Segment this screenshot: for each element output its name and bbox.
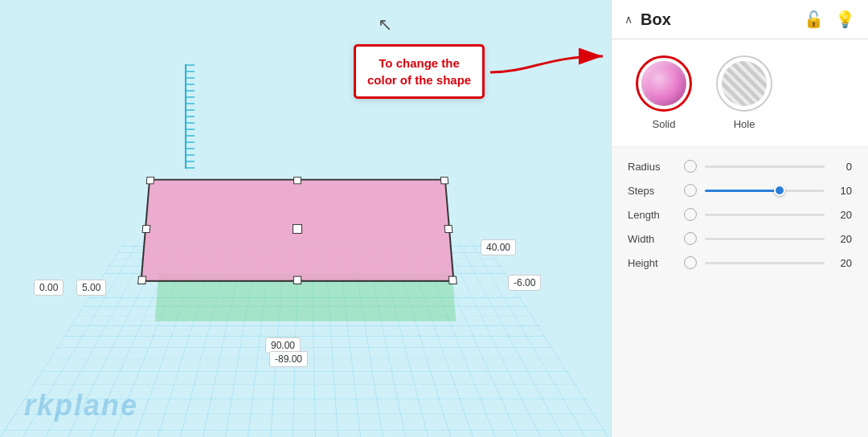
dim-top: 40.00 — [481, 239, 516, 255]
handle-ml[interactable] — [142, 225, 151, 233]
handle-tr[interactable] — [440, 177, 449, 184]
solid-label: Solid — [653, 118, 676, 130]
height-slider[interactable] — [705, 262, 825, 264]
radius-circle[interactable] — [684, 160, 697, 173]
callout-text-line2: color of the shape — [367, 73, 471, 87]
handle-tm[interactable] — [293, 177, 301, 184]
radius-label: Radius — [628, 161, 676, 173]
handle-tl[interactable] — [146, 177, 155, 184]
length-slider[interactable] — [705, 214, 825, 216]
height-circle[interactable] — [684, 256, 697, 269]
dim-right: -6.00 — [508, 275, 541, 291]
steps-label: Steps — [628, 185, 676, 197]
prop-row-width: Width 20 — [628, 232, 852, 245]
callout-box: To change the color of the shape — [354, 44, 485, 99]
lock-icon[interactable]: 🔓 — [804, 10, 824, 29]
height-label: Height — [628, 257, 676, 269]
handle-mr[interactable] — [444, 225, 453, 233]
dim-left: 0.00 — [34, 280, 63, 296]
shape-3d-box[interactable] — [140, 179, 454, 282]
prop-row-height: Height 20 — [628, 256, 852, 269]
bulb-icon[interactable]: 💡 — [835, 10, 855, 29]
length-circle[interactable] — [684, 208, 697, 221]
callout-arrow — [482, 48, 611, 112]
canvas-area: ↖ 0.00 5.00 40.00 -6.00 90.00 -89.00 To … — [0, 0, 611, 437]
dim-bottom2: -89.00 — [269, 351, 308, 367]
length-value: 20 — [833, 209, 852, 221]
handle-br[interactable] — [448, 276, 457, 284]
steps-thumb[interactable] — [774, 185, 785, 196]
hole-icon-circle — [716, 55, 772, 112]
hole-circle-graphic — [722, 61, 767, 106]
steps-value: 10 — [833, 185, 852, 197]
panel-title: Box — [641, 10, 796, 29]
solid-shape-option[interactable]: Solid — [636, 55, 692, 130]
prop-row-radius: Radius 0 — [628, 160, 852, 173]
height-value: 20 — [833, 257, 852, 269]
hole-shape-option[interactable]: Hole — [716, 55, 772, 130]
steps-slider[interactable] — [705, 190, 825, 192]
workplane-label: rkplane — [24, 389, 138, 423]
callout-text-line1: To change the — [379, 56, 460, 70]
solid-circle-graphic — [641, 61, 686, 106]
hole-label: Hole — [734, 118, 755, 130]
ruler-vertical — [185, 64, 194, 169]
collapse-chevron[interactable]: ∧ — [624, 13, 633, 26]
dim-second: 5.00 — [76, 280, 106, 296]
prop-row-length: Length 20 — [628, 208, 852, 221]
shape-type-row: Solid Hole — [612, 39, 868, 147]
properties-section: Radius 0 Steps 10 Length 20 Width 20 — [612, 147, 868, 437]
radius-value: 0 — [833, 161, 852, 173]
width-value: 20 — [833, 233, 852, 245]
handle-center[interactable] — [293, 224, 302, 234]
width-slider[interactable] — [705, 238, 825, 240]
width-label: Width — [628, 233, 676, 245]
width-circle[interactable] — [684, 232, 697, 245]
handle-bm[interactable] — [293, 276, 301, 284]
length-label: Length — [628, 209, 676, 221]
header-icons: 🔓 💡 — [804, 10, 855, 29]
hole-stripes — [722, 61, 767, 106]
prop-row-steps: Steps 10 — [628, 184, 852, 197]
handle-bl[interactable] — [137, 276, 146, 284]
steps-circle[interactable] — [684, 184, 697, 197]
radius-slider[interactable] — [705, 165, 825, 168]
cursor-icon: ↖ — [378, 14, 392, 35]
right-panel: ∧ Box 🔓 💡 Solid Hole Radius — [611, 0, 868, 437]
panel-header: ∧ Box 🔓 💡 — [612, 0, 868, 39]
solid-icon-circle — [636, 55, 692, 112]
